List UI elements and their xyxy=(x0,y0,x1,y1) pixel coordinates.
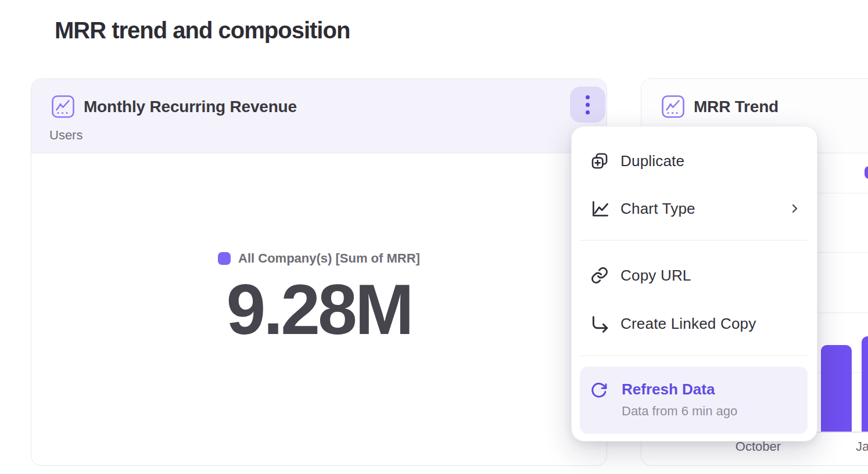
x-axis-label: Ja xyxy=(856,439,868,454)
mrr-card-header: Monthly Recurring Revenue Users xyxy=(31,79,607,153)
linked-copy-icon xyxy=(589,313,610,334)
mrr-card: Monthly Recurring Revenue Users All Comp… xyxy=(31,78,607,466)
menu-item-label: Duplicate xyxy=(620,152,684,170)
trend-card-title: MRR Trend xyxy=(694,98,779,116)
refresh-data-sublabel: Data from 6 min ago xyxy=(622,404,737,419)
menu-item-refresh-data[interactable]: Refresh Data Data from 6 min ago xyxy=(580,367,808,434)
chart-icon xyxy=(51,95,75,119)
menu-item-label: Copy URL xyxy=(620,267,691,285)
refresh-icon xyxy=(590,382,608,399)
page-title: MRR trend and composition xyxy=(55,17,350,44)
chart-type-icon xyxy=(589,198,610,219)
chart-icon xyxy=(661,95,685,119)
menu-item-label: Create Linked Copy xyxy=(620,315,756,333)
menu-divider xyxy=(580,240,808,240)
bar-october[interactable] xyxy=(821,345,852,432)
card-context-menu: Duplicate Chart Type Copy URL xyxy=(571,126,817,441)
mrr-card-subtitle: Users xyxy=(49,128,83,143)
trend-legend-swatch-partial xyxy=(865,166,868,179)
menu-item-label: Chart Type xyxy=(620,200,695,218)
menu-item-chart-type[interactable]: Chart Type xyxy=(572,193,817,224)
legend: All Company(s) [Sum of MRR] xyxy=(218,251,420,266)
mrr-big-number: 9.28M xyxy=(226,274,411,345)
legend-swatch xyxy=(218,252,231,265)
menu-item-create-linked-copy[interactable]: Create Linked Copy xyxy=(572,308,817,339)
mrr-card-title: Monthly Recurring Revenue xyxy=(84,98,297,116)
menu-item-copy-url[interactable]: Copy URL xyxy=(572,260,817,290)
refresh-data-label: Refresh Data xyxy=(622,380,715,398)
link-icon xyxy=(589,265,610,286)
legend-label: All Company(s) [Sum of MRR] xyxy=(238,251,420,266)
kebab-menu-button[interactable] xyxy=(570,87,605,123)
mrr-card-body: All Company(s) [Sum of MRR] 9.28M xyxy=(31,153,607,465)
chevron-right-icon xyxy=(788,202,802,216)
menu-divider xyxy=(580,356,808,356)
menu-item-duplicate[interactable]: Duplicate xyxy=(572,146,817,176)
duplicate-icon xyxy=(589,150,610,171)
bar-partial[interactable] xyxy=(862,336,868,432)
kebab-menu-icon xyxy=(586,95,590,99)
